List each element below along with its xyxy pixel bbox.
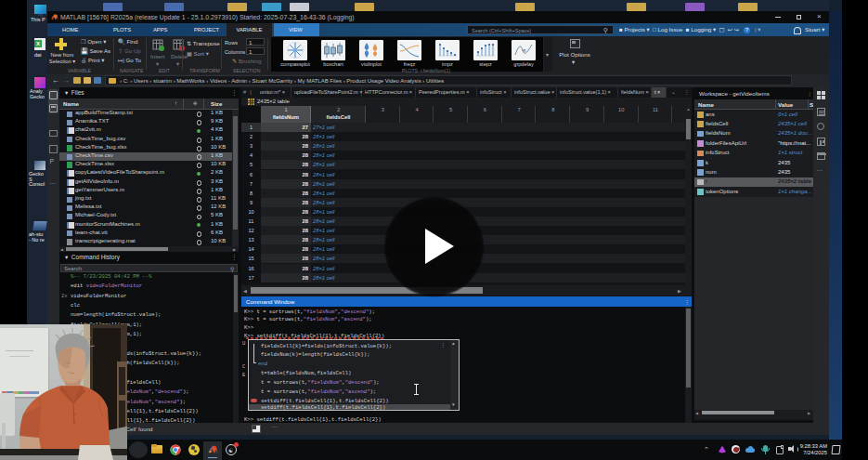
svg-text:-π: -π [522, 48, 526, 53]
